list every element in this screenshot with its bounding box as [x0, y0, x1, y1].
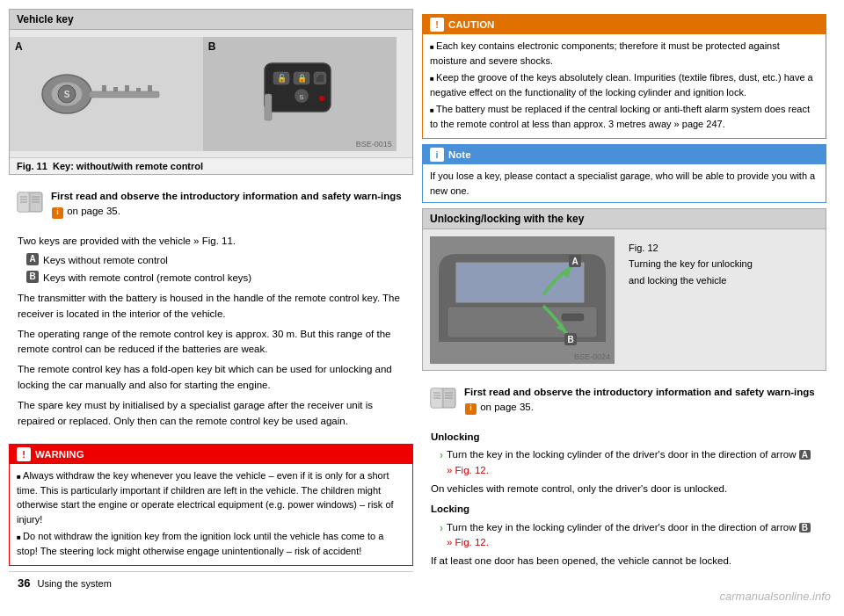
page-container: Vehicle key A S [0, 0, 844, 616]
key-traditional-svg: S [36, 59, 177, 129]
caution-item-1: Each key contains electronic components;… [430, 39, 819, 68]
badge-a-unlocking: A [799, 450, 811, 460]
note-header: i Note [423, 145, 826, 164]
locking-fig-ref: » Fig. 12. [447, 537, 489, 547]
unlocking-action: › Turn the key in the locking cylinder o… [431, 447, 818, 479]
intro-para: Two keys are provided with the vehicle »… [18, 234, 404, 250]
svg-text:🔒: 🔒 [296, 73, 307, 83]
key-image-right: B 🔓 🔒 ⬛ [203, 37, 397, 151]
svg-text:S: S [299, 93, 304, 101]
fig-caption-vehicle-key: Fig. 11 Key: without/with remote control [10, 157, 412, 174]
unlocking-fig-ref: » Fig. 12. [447, 465, 489, 475]
image-label-b: B [208, 40, 216, 53]
key-item-a: A Keys without remote control [18, 253, 404, 269]
svg-text:⬛: ⬛ [316, 74, 324, 83]
unlocking-action-text: Turn the key in the locking cylinder of … [447, 447, 818, 479]
svg-text:A: A [571, 257, 578, 266]
svg-rect-18 [265, 94, 272, 120]
caution-box: ! CAUTION Each key contains electronic c… [422, 14, 826, 139]
warning-item-1: Always withdraw the key whenever you lea… [17, 468, 405, 526]
body-text-right: Unlocking › Turn the key in the locking … [422, 424, 826, 580]
read-note-after-right: on page 35. [477, 402, 534, 412]
right-column: ! CAUTION Each key contains electronic c… [422, 9, 826, 607]
body-text-left: Two keys are provided with the vehicle »… [9, 228, 413, 439]
warning-icon: ! [17, 447, 31, 461]
read-note-bold-left: First read and observe the introductory … [51, 191, 402, 201]
watermark: carmanualsonline.info [720, 590, 831, 603]
info-badge-right: i [465, 403, 477, 415]
page-num-area: 36 Using the system [9, 571, 413, 594]
locking-title: Locking [431, 502, 818, 518]
read-note-right: First read and observe the introductory … [422, 380, 826, 421]
svg-rect-9 [148, 85, 152, 91]
vehicle-key-header: Vehicle key [10, 10, 412, 30]
read-note-text-left: First read and observe the introductory … [51, 189, 406, 220]
note-icon: i [430, 148, 444, 162]
book-icon [16, 190, 44, 214]
key-a-text: Keys without remote control [43, 253, 168, 269]
para2: The operating range of the remote contro… [18, 327, 404, 359]
caution-icon: ! [430, 18, 444, 32]
vehicle-key-section: Vehicle key A S [9, 9, 413, 175]
arrow-prefix-b: › [440, 520, 443, 537]
svg-rect-6 [113, 87, 118, 91]
svg-rect-5 [102, 85, 106, 91]
left-column: Vehicle key A S [9, 9, 413, 607]
unlocking-title: Unlocking [431, 430, 818, 446]
svg-text:🔓: 🔓 [276, 73, 287, 83]
warning-box: ! WARNING Always withdraw the key whenev… [9, 444, 413, 566]
key-remote-svg: 🔓 🔒 ⬛ S [229, 50, 370, 138]
fig-side-caption: Fig. 12 Turning the key for unlocking an… [622, 236, 760, 294]
fig-caption-text: Key: without/with remote control [53, 161, 203, 171]
para4: The spare key must by initialised by a s… [18, 398, 404, 430]
badge-a-left: A [26, 253, 39, 265]
read-note-text-right: First read and observe the introductory … [464, 385, 819, 416]
warning-body: Always withdraw the key whenever you lea… [10, 464, 412, 565]
read-note-after-left: on page 35. [64, 206, 120, 216]
page-number: 36 [18, 576, 30, 590]
caution-item-2: Keep the groove of the keys absolutely c… [430, 70, 819, 99]
para3: The remote control key has a fold-open k… [18, 362, 404, 394]
note-body: If you lose a key, please contact a spec… [423, 164, 826, 202]
svg-rect-8 [136, 88, 141, 91]
image-label-a: A [15, 40, 23, 53]
note-text: If you lose a key, please contact a spec… [430, 170, 815, 196]
badge-b-locking: B [799, 523, 811, 533]
warning-title: WARNING [35, 449, 84, 460]
key-svg-area: A S [10, 37, 412, 151]
unlocking-section: Unlocking/locking with the key [422, 208, 826, 371]
unlocking-car-image: A B BSE-0024 [430, 236, 615, 364]
arrow-prefix-a: › [440, 447, 443, 464]
fig-label: Fig. 11 [17, 161, 47, 171]
info-badge-left: i [52, 207, 63, 219]
on-vehicles-text: On vehicles with remote control, only th… [431, 482, 818, 497]
vehicle-key-image-area: A S [10, 30, 412, 157]
svg-text:S: S [64, 90, 70, 99]
car-door-svg: A B [430, 236, 615, 364]
note-title: Note [448, 149, 471, 160]
warning-item-2: Do not withdraw the ignition key from th… [17, 529, 405, 558]
key-b-text: Keys with remote control (remote control… [43, 271, 251, 286]
book-icon-right [429, 386, 457, 410]
fig12-cap1: Turning the key for unlocking [629, 257, 753, 272]
caution-title: CAUTION [448, 19, 494, 30]
svg-rect-32 [562, 314, 584, 321]
bse-label-unlocking: BSE-0024 [574, 352, 610, 361]
caution-header: ! CAUTION [423, 15, 826, 34]
para1: The transmitter with the battery is hous… [18, 291, 404, 322]
unlocking-header: Unlocking/locking with the key [423, 209, 826, 229]
locking-action-text: Turn the key in the locking cylinder of … [447, 520, 818, 552]
svg-rect-10 [265, 63, 331, 112]
locking-note: If at least one door has been opened, th… [431, 554, 818, 569]
read-note-left: First read and observe the introductory … [9, 184, 413, 225]
fig12-label: Fig. 12 [629, 241, 753, 256]
unlocking-image-area: A B BSE-0024 [423, 229, 826, 370]
page-label: Using the system [37, 578, 111, 589]
locking-action: › Turn the key in the locking cylinder o… [431, 520, 818, 552]
svg-point-17 [319, 96, 324, 101]
warning-header: ! WARNING [10, 445, 412, 464]
read-note-bold-right: First read and observe the introductory … [464, 387, 815, 397]
caution-item-3: The battery must be replaced if the cent… [430, 102, 819, 131]
key-image-left: A S [10, 37, 203, 151]
fig12-cap2: and locking the vehicle [629, 273, 753, 288]
